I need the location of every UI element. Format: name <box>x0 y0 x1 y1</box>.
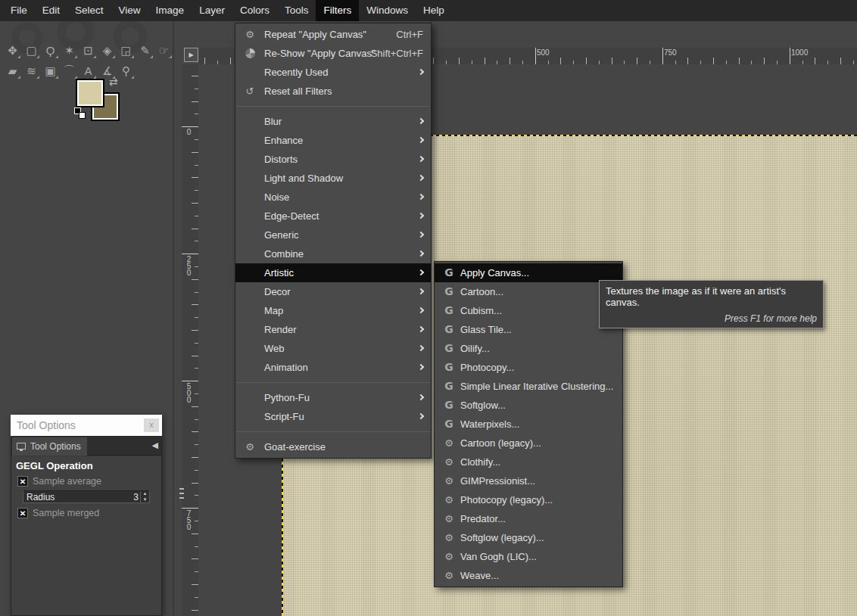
default-colors-icon[interactable] <box>74 107 86 120</box>
artistic-item-predator[interactable]: ⚙Predator... <box>435 509 622 528</box>
ruler-label: 750 <box>185 509 193 530</box>
artistic-item-cubism[interactable]: GCubism... <box>435 301 622 320</box>
filters-item-edge-detect[interactable]: Edge-Detect <box>235 207 431 226</box>
swap-colors-icon[interactable]: ⇄ <box>109 76 118 88</box>
spinner-up-button[interactable]: ▲ <box>141 491 149 497</box>
pane-handle[interactable] <box>179 488 184 500</box>
filters-item-light-and-shadow[interactable]: Light and Shadow <box>235 169 431 188</box>
submenu-arrow-icon <box>418 307 424 313</box>
filters-item-artistic[interactable]: Artistic <box>235 263 431 282</box>
submenu-arrow-icon <box>418 232 424 238</box>
menu-view[interactable]: View <box>111 0 148 21</box>
menu-file[interactable]: File <box>3 0 35 21</box>
filters-item-decor[interactable]: Decor <box>235 282 431 301</box>
paths-tool-button[interactable]: ⌒ <box>60 61 79 80</box>
filters-item-render[interactable]: Render <box>235 320 431 339</box>
filters-item-recently-used[interactable]: Recently Used <box>235 63 431 82</box>
corner-menu-icon: ▶ <box>189 51 193 58</box>
submenu-arrow-icon <box>418 175 424 181</box>
filters-item-script-fu[interactable]: Script-Fu <box>235 407 431 426</box>
artistic-item-softglow-legacy[interactable]: ⚙Softglow (legacy)... <box>435 528 622 547</box>
foreground-color-swatch[interactable] <box>77 80 103 106</box>
spinner-down-button[interactable]: ▼ <box>141 497 149 503</box>
bucket-fill-tool-button[interactable]: ◲ <box>117 41 136 60</box>
move-tool-button[interactable]: ✥ <box>3 41 22 60</box>
filters-item-combine[interactable]: Combine <box>235 244 431 263</box>
clone-tool-button[interactable]: ▣ <box>41 61 60 80</box>
filters-item-generic[interactable]: Generic <box>235 226 431 244</box>
gimp-window: File Edit Select View Image Layer Colors… <box>0 0 857 616</box>
eraser-tool-button[interactable]: ▰ <box>3 61 22 80</box>
menu-image[interactable]: Image <box>148 0 192 21</box>
artistic-item-softglow[interactable]: GSoftglow... <box>435 396 622 415</box>
tooltip-text: Textures the image as if it were an arti… <box>606 285 817 308</box>
artistic-item-gimpressionist[interactable]: ⚙GIMPressionist... <box>435 471 622 490</box>
menu-edit[interactable]: Edit <box>35 0 67 21</box>
gegl-icon: G <box>441 358 457 377</box>
tab-tool-options[interactable]: Tool Options <box>12 437 87 456</box>
submenu-arrow-icon <box>418 326 424 332</box>
vertical-ruler[interactable]: 0 250 500 750 <box>182 64 198 616</box>
submenu-arrow-icon <box>418 118 424 124</box>
filters-item-reshow[interactable]: Re-Show "Apply Canvas" Shift+Ctrl+F <box>235 44 431 63</box>
sample-average-checkbox[interactable]: ✕ <box>17 476 28 487</box>
filters-item-blur[interactable]: Blur <box>235 112 431 131</box>
artistic-item-waterpixels[interactable]: GWaterpixels... <box>435 415 622 434</box>
artistic-item-photocopy-legacy[interactable]: ⚙Photocopy (legacy)... <box>435 490 622 509</box>
artistic-item-glass-tile[interactable]: GGlass Tile... <box>435 320 622 339</box>
gegl-icon: G <box>441 396 457 415</box>
tool-options-titlebar[interactable]: Tool Options x <box>11 415 162 436</box>
artistic-item-photocopy[interactable]: GPhotocopy... <box>435 358 622 377</box>
sample-average-row: ✕ Sample average <box>11 474 161 490</box>
artistic-item-van-gogh-lic[interactable]: ⚙Van Gogh (LIC)... <box>435 547 622 566</box>
artistic-item-apply-canvas[interactable]: GApply Canvas... <box>435 263 622 282</box>
menu-separator <box>236 106 430 107</box>
fuzzy-select-tool-button[interactable]: ✶ <box>60 41 79 60</box>
artistic-item-slic[interactable]: GSimple Linear Iterative Clustering... <box>435 377 622 396</box>
gegl-icon: G <box>441 282 457 301</box>
unified-transform-tool-button[interactable]: ◈ <box>98 41 117 60</box>
reset-icon: ↺ <box>242 82 258 101</box>
filters-item-goat-exercise[interactable]: ⚙ Goat-exercise <box>235 437 431 456</box>
radius-label: Radius <box>26 491 55 503</box>
rectangle-select-tool-button[interactable]: ▢ <box>22 41 41 60</box>
paintbrush-tool-button[interactable]: ✎ <box>136 41 154 60</box>
gegl-icon: G <box>441 263 457 282</box>
airbrush-tool-button[interactable]: ≋ <box>22 61 41 80</box>
filters-item-repeat[interactable]: ⚙ Repeat "Apply Canvas" Ctrl+F <box>235 25 431 44</box>
close-button[interactable]: x <box>144 418 159 432</box>
filters-item-web[interactable]: Web <box>235 339 431 358</box>
shortcut-label: Shift+Ctrl+F <box>371 44 423 63</box>
zoom-tool-button[interactable]: ⚲ <box>117 61 136 80</box>
text-tool-button[interactable]: A <box>79 61 98 80</box>
submenu-arrow-icon <box>418 364 424 370</box>
smudge-tool-button[interactable]: ☞ <box>154 41 173 60</box>
radius-spinner[interactable]: Radius 3 ▲ ▼ <box>23 490 150 503</box>
canvas-menu-button[interactable]: ▶ <box>184 48 198 62</box>
artistic-item-cartoon-legacy[interactable]: ⚙Cartoon (legacy)... <box>435 434 622 453</box>
artistic-item-clothify[interactable]: ⚙Clothify... <box>435 453 622 471</box>
filters-item-reset-all[interactable]: ↺ Reset all Filters <box>235 82 431 101</box>
window-title: Tool Options <box>17 415 76 436</box>
artistic-item-oilify[interactable]: GOilify... <box>435 339 622 358</box>
menu-colors[interactable]: Colors <box>232 0 277 21</box>
artistic-item-cartoon[interactable]: GCartoon... <box>435 282 622 301</box>
menu-select[interactable]: Select <box>67 0 111 21</box>
menu-help[interactable]: Help <box>416 0 452 21</box>
menu-layer[interactable]: Layer <box>192 0 232 21</box>
artistic-item-weave[interactable]: ⚙Weave... <box>435 566 622 585</box>
filters-item-distorts[interactable]: Distorts <box>235 150 431 169</box>
filters-item-noise[interactable]: Noise <box>235 188 431 207</box>
filters-item-map[interactable]: Map <box>235 301 431 320</box>
filters-item-enhance[interactable]: Enhance <box>235 131 431 150</box>
filters-item-animation[interactable]: Animation <box>235 358 431 377</box>
menu-filters[interactable]: Filters <box>316 0 359 21</box>
submenu-arrow-icon <box>418 413 424 419</box>
filters-item-python-fu[interactable]: Python-Fu <box>235 388 431 407</box>
menu-tools[interactable]: Tools <box>277 0 316 21</box>
collapse-arrow-button[interactable]: ◀ <box>152 440 158 450</box>
sample-merged-checkbox[interactable]: ✕ <box>17 508 28 518</box>
free-select-tool-button[interactable]: Ϙ <box>41 41 60 60</box>
menu-windows[interactable]: Windows <box>359 0 416 21</box>
crop-tool-button[interactable]: ⊡ <box>79 41 98 60</box>
